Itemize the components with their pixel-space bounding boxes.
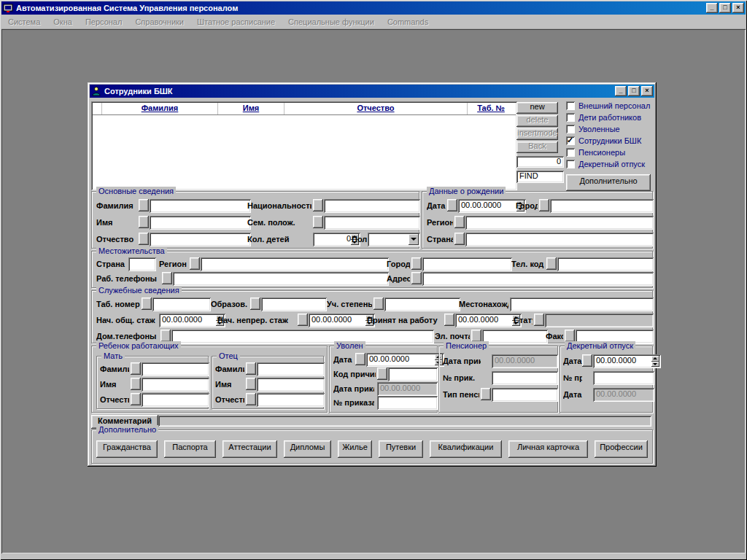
menu-special-functions[interactable]: Специальные функции xyxy=(282,16,381,28)
patronymic-lookup-button[interactable] xyxy=(139,233,149,245)
app-icon[interactable] xyxy=(3,3,13,13)
fax-lookup-button[interactable] xyxy=(565,330,575,342)
birth-region-lookup-button[interactable] xyxy=(454,216,465,228)
sex-dropdown-button[interactable] xyxy=(409,234,419,245)
nationality-lookup-button[interactable] xyxy=(313,199,323,211)
vouchers-button[interactable]: Путевки xyxy=(379,440,423,458)
address-lookup-button[interactable] xyxy=(411,272,422,284)
total-exp-input[interactable]: 00.00.0000 xyxy=(159,314,225,327)
birth-date-lookup-button[interactable] xyxy=(447,199,457,211)
firstname-lookup-button[interactable] xyxy=(139,216,149,228)
residence-country-input[interactable] xyxy=(128,257,156,271)
filter-external-personnel[interactable]: Внешний персонал xyxy=(566,101,650,110)
insertmode-button[interactable]: insertmode xyxy=(516,128,558,140)
address-input[interactable] xyxy=(422,272,654,286)
tab-number-lookup-button[interactable] xyxy=(142,298,152,310)
comment-field[interactable] xyxy=(158,416,651,427)
grid-column-patronymic[interactable]: Отчество xyxy=(285,103,468,114)
surname-input[interactable] xyxy=(150,199,251,213)
more-button[interactable]: Дополнительно xyxy=(566,174,651,191)
employees-grid-body[interactable] xyxy=(93,115,516,185)
main-maximize-button[interactable]: □ xyxy=(719,3,731,13)
residence-region-input[interactable] xyxy=(201,257,389,271)
dismissed-date-lookup-button[interactable] xyxy=(355,353,365,365)
father-firstname-input[interactable] xyxy=(257,378,325,392)
employees-maximize-button[interactable]: □ xyxy=(628,86,640,96)
housing-button[interactable]: Жилье xyxy=(338,440,372,458)
main-close-button[interactable]: × xyxy=(732,3,744,13)
professions-button[interactable]: Профессии xyxy=(595,440,648,458)
surname-lookup-button[interactable] xyxy=(139,199,149,211)
main-minimize-button[interactable]: _ xyxy=(706,3,718,13)
filter-workers-children[interactable]: Дети работников xyxy=(566,112,641,122)
birth-city-lookup-button[interactable] xyxy=(539,199,549,211)
home-phones-lookup-button[interactable] xyxy=(160,330,171,342)
location-input[interactable] xyxy=(510,298,654,311)
employees-minimize-button[interactable]: _ xyxy=(615,86,627,96)
maternity-date-lookup-button[interactable] xyxy=(582,354,592,367)
birth-region-input[interactable] xyxy=(465,216,654,230)
tab-number-input[interactable] xyxy=(152,298,211,311)
pensioner-order-num-input[interactable] xyxy=(492,371,558,385)
residence-city-lookup-button[interactable] xyxy=(411,257,422,270)
email-input[interactable] xyxy=(482,330,548,343)
nationality-input[interactable] xyxy=(324,199,420,213)
status-lookup-button[interactable] xyxy=(534,314,544,326)
maternity-date-spin-buttons[interactable] xyxy=(651,356,659,367)
degree-input[interactable] xyxy=(384,298,460,311)
employees-close-button[interactable]: × xyxy=(641,86,653,96)
work-phones-input[interactable] xyxy=(173,272,389,286)
firstname-input[interactable] xyxy=(150,216,251,230)
hired-date-input[interactable]: 00.00.0000 xyxy=(455,314,522,327)
father-surname-input[interactable] xyxy=(257,362,325,376)
mother-patronymic-input[interactable] xyxy=(142,393,209,407)
mother-firstname-input[interactable] xyxy=(142,378,209,392)
marital-lookup-button[interactable] xyxy=(313,216,323,228)
employees-window-icon[interactable] xyxy=(91,86,101,96)
education-lookup-button[interactable] xyxy=(250,298,260,310)
filter-maternity-leave[interactable]: Декретный отпуск xyxy=(566,159,645,168)
menu-personnel[interactable]: Персонал xyxy=(79,16,129,28)
reason-code-input[interactable] xyxy=(388,368,438,381)
pension-type-lookup-button[interactable] xyxy=(481,388,491,400)
menu-staffing[interactable]: Штатное расписание xyxy=(190,16,282,28)
work-phones-lookup-button[interactable] xyxy=(162,272,172,284)
back-button[interactable]: Back xyxy=(516,141,558,153)
mother-surname-lookup-button[interactable] xyxy=(131,362,141,375)
menu-system[interactable]: Система xyxy=(1,16,47,28)
father-patronymic-input[interactable] xyxy=(257,393,325,407)
father-firstname-lookup-button[interactable] xyxy=(246,378,256,390)
cont-exp-input[interactable]: 00.00.0000 xyxy=(309,314,375,327)
grid-column-surname[interactable]: Фамилия xyxy=(102,103,218,114)
email-lookup-button[interactable] xyxy=(471,330,481,342)
tel-code-lookup-button[interactable] xyxy=(546,257,557,270)
reason-code-lookup-button[interactable] xyxy=(377,368,387,380)
menu-directories[interactable]: Справочники xyxy=(128,16,190,28)
filter-bshk-employees[interactable]: Сотрудники БШК xyxy=(566,136,641,145)
mother-patronymic-lookup-button[interactable] xyxy=(131,393,141,405)
father-surname-lookup-button[interactable] xyxy=(246,362,256,375)
dismissed-order-num-input[interactable] xyxy=(377,396,438,410)
birth-city-input[interactable] xyxy=(550,199,654,213)
filter-dismissed[interactable]: Уволенные xyxy=(566,124,620,133)
diplomas-button[interactable]: Дипломы xyxy=(284,440,331,458)
tel-code-input[interactable] xyxy=(557,257,654,271)
personal-card-button[interactable]: Личная карточка xyxy=(508,440,588,458)
maternity-date-input[interactable]: 00.00.0000 xyxy=(593,354,661,368)
residence-city-input[interactable] xyxy=(422,257,512,271)
education-input[interactable] xyxy=(261,298,327,311)
menu-windows[interactable]: Окна xyxy=(47,16,79,28)
cont-exp-lookup-button[interactable] xyxy=(298,314,308,326)
new-button[interactable]: new xyxy=(516,102,558,114)
filter-pensioners[interactable]: Пенсионеры xyxy=(566,147,625,157)
citizenships-button[interactable]: Гражданства xyxy=(96,440,158,458)
qualifications-button[interactable]: Квалификации xyxy=(430,440,502,458)
find-input[interactable]: FIND xyxy=(516,171,564,183)
degree-lookup-button[interactable] xyxy=(374,298,384,310)
residence-region-lookup-button[interactable] xyxy=(190,257,200,270)
sex-combobox[interactable] xyxy=(368,233,420,246)
grid-column-tabnum[interactable]: Таб. № xyxy=(468,103,514,114)
marital-input[interactable] xyxy=(324,216,420,230)
dismissed-date-input[interactable]: 00.00.0000 xyxy=(366,353,444,367)
mother-surname-input[interactable] xyxy=(142,362,209,376)
